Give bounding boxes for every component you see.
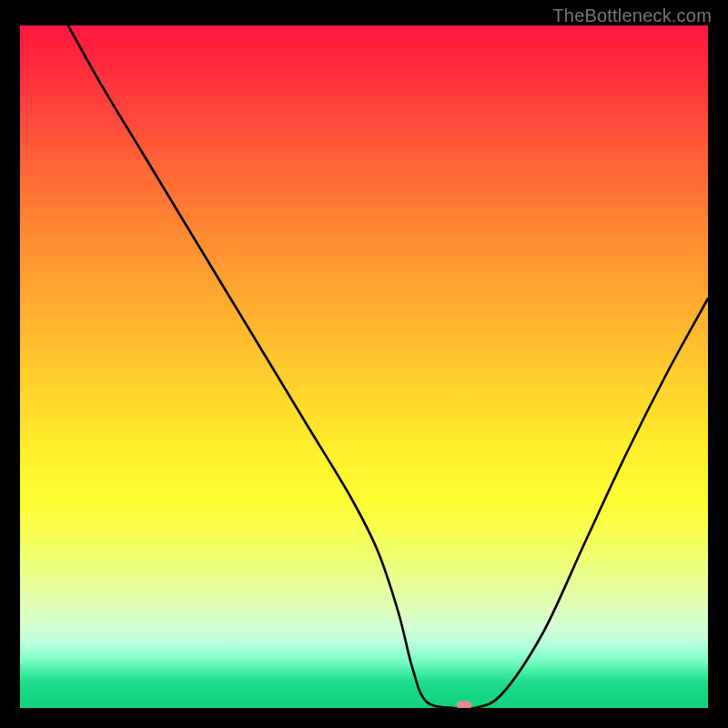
- chart-frame: TheBottleneck.com: [0, 0, 728, 728]
- optimal-point-marker: [457, 701, 471, 708]
- plot-area: [20, 25, 708, 708]
- curve-path: [68, 25, 708, 708]
- watermark-text: TheBottleneck.com: [552, 5, 712, 26]
- bottleneck-curve: [20, 25, 708, 708]
